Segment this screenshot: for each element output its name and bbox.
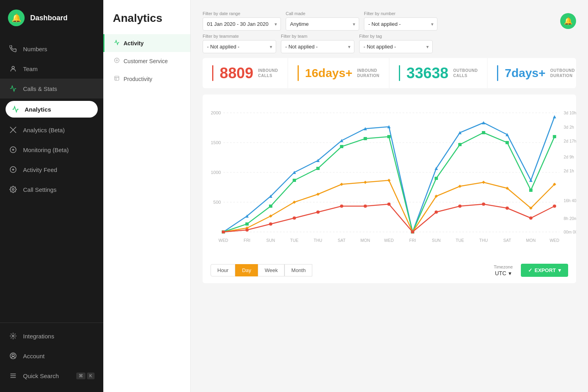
filter-teammate-group: Filter by teammate - Not applied -: [203, 34, 276, 53]
sidebar-item-integrations[interactable]: Integrations: [0, 326, 103, 346]
inbound-duration-number: 16days+: [305, 67, 352, 79]
calls-stats-label: Calls & Stats: [23, 85, 57, 92]
filter-tag-label: Filter by tag: [359, 34, 433, 39]
svg-text:2d 17h: 2d 17h: [564, 139, 576, 143]
filter-teammate-select[interactable]: - Not applied -: [203, 40, 276, 53]
outbound-calls-label-bot: CALLS: [453, 73, 478, 78]
call-made-select-wrap: Anytime: [286, 17, 359, 31]
sidebar-item-monitoring-beta[interactable]: Monitoring (Beta): [0, 140, 103, 160]
filter-number-group: Filter by number - Not applied -: [364, 11, 437, 31]
quick-search[interactable]: Quick Search ⌘ K: [0, 366, 103, 386]
integrations-icon: [9, 332, 17, 340]
integrations-label: Integrations: [23, 333, 54, 340]
svg-rect-52: [482, 131, 485, 134]
filter-date-range-group: Filter by date range 01 Jan 2020 - 30 Ja…: [203, 11, 281, 31]
svg-text:2d 1h: 2d 1h: [564, 169, 574, 173]
export-button[interactable]: ✓ EXPORT ▾: [521, 264, 568, 277]
filter-number-select-wrap: - Not applied -: [364, 17, 437, 31]
filter-tag-select[interactable]: - Not applied -: [359, 40, 433, 53]
timezone-area: Timezone UTC ▾: [494, 265, 513, 276]
filter-team-label: Filter by team: [281, 34, 354, 39]
phone-icon: [9, 44, 17, 53]
svg-point-78: [387, 203, 391, 206]
monitoring-beta-label: Monitoring (Beta): [23, 147, 69, 153]
timezone-select[interactable]: UTC ▾: [495, 270, 512, 276]
stat-outbound-calls: 33638 OUTBOUND CALLS: [389, 58, 487, 88]
svg-point-83: [505, 207, 509, 210]
timezone-label: Timezone: [494, 265, 513, 269]
inbound-duration-label-bot: DURATION: [357, 73, 379, 78]
export-chevron-icon: ▾: [558, 267, 561, 273]
outbound-calls-number: 33638: [406, 66, 449, 81]
activity-label: Activity: [124, 40, 144, 46]
account-label: Account: [23, 353, 44, 359]
svg-point-82: [482, 203, 485, 206]
sidebar-item-analytics[interactable]: Analytics: [0, 98, 103, 120]
analytics-beta-icon: [9, 126, 17, 134]
svg-rect-45: [316, 167, 319, 170]
sidebar-item-activity-feed[interactable]: Activity Feed: [0, 160, 103, 180]
time-btn-week[interactable]: Week: [258, 264, 284, 276]
svg-point-75: [316, 210, 319, 214]
timezone-chevron: ▾: [509, 270, 511, 276]
activity-icon: [114, 40, 120, 46]
notification-button[interactable]: 🔔: [560, 13, 576, 29]
right-content: Filter by date range 01 Jan 2020 - 30 Ja…: [191, 0, 588, 392]
stat-divider-teal: [399, 65, 400, 81]
svg-text:THU: THU: [314, 238, 322, 243]
sub-nav-productivity[interactable]: Productivity: [103, 70, 190, 88]
bell-icon: 🔔: [12, 13, 21, 23]
analytics-beta-label: Analytics (Beta): [23, 127, 65, 133]
sidebar-logo[interactable]: 🔔: [8, 10, 25, 26]
svg-point-8: [12, 354, 14, 357]
svg-point-73: [269, 222, 272, 226]
filter-team-select[interactable]: - Not applied -: [281, 40, 354, 53]
numbers-label: Numbers: [23, 46, 47, 52]
sidebar-item-account[interactable]: Account: [0, 346, 103, 366]
sidebar-item-team[interactable]: Team: [0, 59, 103, 79]
svg-point-6: [12, 335, 14, 337]
svg-marker-67: [482, 181, 485, 184]
sidebar-item-analytics-beta[interactable]: Analytics (Beta): [0, 120, 103, 140]
svg-point-5: [12, 189, 14, 191]
svg-marker-66: [458, 185, 461, 188]
sub-nav-customer-service[interactable]: Customer Service: [103, 52, 190, 70]
sidebar-item-call-settings[interactable]: Call Settings: [0, 180, 103, 199]
stat-outbound-duration: 7days+ OUTBOUND DURATION: [487, 58, 576, 88]
customer-service-icon: [114, 58, 120, 64]
svg-text:MON: MON: [360, 238, 370, 243]
date-range-select[interactable]: 01 Jan 2020 - 30 Jan 2020: [203, 17, 281, 31]
sidebar-item-calls-stats[interactable]: Calls & Stats: [0, 79, 103, 98]
time-btn-hour[interactable]: Hour: [211, 264, 235, 276]
stat-inbound-duration: 16days+ INBOUND DURATION: [288, 58, 389, 88]
svg-marker-40: [553, 115, 556, 118]
chart-svg: 2000 1500 1000 500: [203, 101, 576, 256]
stat-divider-yellow: [298, 65, 299, 81]
svg-point-76: [340, 205, 343, 208]
time-btn-day[interactable]: Day: [235, 264, 258, 276]
sidebar-item-numbers[interactable]: Numbers: [0, 39, 103, 59]
filter-number-select[interactable]: - Not applied -: [364, 17, 437, 31]
call-made-select[interactable]: Anytime: [286, 17, 359, 31]
sidebar-nav: Numbers Team Calls & Stats Analytics: [0, 36, 103, 322]
outbound-calls-label: OUTBOUND CALLS: [453, 68, 478, 78]
inbound-calls-label-bot: CALLS: [258, 73, 278, 78]
filter-team-select-wrap: - Not applied -: [281, 40, 354, 53]
filter-number-label: Filter by number: [364, 11, 437, 16]
time-btn-month[interactable]: Month: [284, 264, 312, 276]
svg-point-13: [116, 60, 118, 61]
sidebar-title: Dashboard: [30, 14, 68, 22]
svg-rect-47: [364, 137, 367, 140]
svg-text:1500: 1500: [211, 140, 221, 145]
call-made-label: Call made: [286, 11, 359, 16]
export-check-icon: ✓: [528, 267, 532, 273]
svg-text:3d 2h: 3d 2h: [564, 125, 574, 129]
sub-nav-activity[interactable]: Activity: [103, 34, 190, 52]
date-range-select-wrap: 01 Jan 2020 - 30 Jan 2020: [203, 17, 281, 31]
svg-text:THU: THU: [479, 238, 487, 243]
activity-feed-icon: [9, 165, 17, 174]
sub-sidebar: Analytics Activity Customer Service Prod…: [103, 0, 191, 392]
svg-point-77: [364, 205, 367, 208]
svg-text:1000: 1000: [211, 170, 221, 175]
outbound-duration-label-bot: DURATION: [550, 73, 575, 78]
